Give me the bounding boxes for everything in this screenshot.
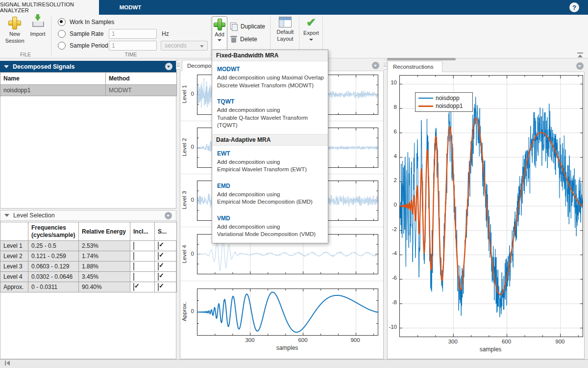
axis-tick-label: 4 — [383, 153, 397, 159]
col-header-relative-energy[interactable]: Relative Energy — [79, 222, 130, 241]
axis-tick-label: 0 — [383, 202, 397, 208]
show-checkbox[interactable] — [158, 252, 159, 260]
show-checkbox[interactable] — [158, 263, 159, 270]
new-session-button[interactable]: New Session — [3, 17, 26, 45]
signal-multiresolution-analyzer-window: SIGNAL MULTIRESOLUTION ANALYZER MODWT ? … — [0, 0, 588, 368]
axis-tick-label: -8 — [383, 299, 397, 305]
subplot-divider — [180, 281, 383, 281]
check-icon: ✔ — [306, 17, 316, 28]
axis-tick-label: -10 — [383, 324, 397, 330]
approx-plot[interactable] — [197, 289, 378, 336]
decomposed-signals-header[interactable]: Decomposed Signals — [0, 61, 176, 72]
plot-legend[interactable]: noisdopp noisdopp1 — [415, 92, 473, 112]
include-checkbox[interactable] — [133, 263, 134, 270]
legend-line-orange — [418, 105, 433, 107]
menu-item-vmd[interactable]: VMD Add decomposition using Variational … — [212, 210, 328, 243]
menu-item-modwt[interactable]: MODWT Add decomposition using Maximal Ov… — [212, 61, 328, 94]
xaxis-label-samples: samples — [471, 346, 510, 353]
include-checkbox[interactable] — [133, 273, 134, 281]
include-checkbox[interactable] — [133, 283, 134, 291]
decomposed-signals-title: Decomposed Signals — [13, 63, 74, 70]
panel-menu-icon[interactable] — [165, 63, 172, 70]
level-row-2[interactable]: Level 2 0.121 - 0.259 1.74% — [0, 251, 177, 262]
delete-button[interactable]: Delete — [230, 35, 257, 43]
ytick-zero: 0 — [183, 308, 194, 314]
import-button[interactable]: Import — [28, 17, 48, 38]
reconstructions-plot[interactable] — [399, 75, 583, 337]
radio-icon[interactable] — [58, 30, 66, 38]
ytick-zero: 0 — [183, 251, 194, 257]
ytick-zero: 0 — [183, 197, 194, 203]
xtick-600: 600 — [293, 337, 313, 343]
xtick-300: 300 — [240, 337, 260, 343]
sample-rate-label: Sample Rate — [70, 30, 103, 37]
hz-unit-label: Hz — [162, 30, 169, 37]
panel-menu-icon[interactable] — [372, 62, 379, 69]
status-bar — [0, 359, 588, 368]
include-checkbox[interactable] — [133, 242, 134, 250]
add-dropdown-menu: Fixed-Bandwidth MRA MODWT Add decomposit… — [212, 50, 328, 243]
duplicate-button[interactable]: Duplicate — [230, 23, 265, 30]
legend-label: noisdopp1 — [436, 103, 463, 109]
radio-icon[interactable] — [58, 42, 66, 50]
menu-item-tqwt[interactable]: TQWT Add decomposition using Tunable Q-f… — [212, 94, 328, 134]
radio-icon[interactable] — [58, 18, 66, 26]
layout-grid-icon — [279, 17, 292, 27]
level-row-4[interactable]: Level 4 0.0302 - 0.0646 3.45% — [0, 272, 177, 282]
tab-modwt[interactable]: MODWT — [99, 0, 162, 15]
sample-period-input[interactable] — [109, 41, 157, 51]
export-button[interactable]: ✔ Export — [300, 17, 322, 41]
col-header-show[interactable]: S... — [155, 222, 177, 241]
show-checkbox[interactable] — [158, 242, 159, 250]
show-checkbox[interactable] — [158, 283, 159, 291]
sample-rate-input[interactable] — [109, 29, 157, 39]
xtick-900: 900 — [345, 337, 365, 343]
trash-icon — [230, 35, 237, 43]
panel-menu-icon[interactable] — [576, 62, 584, 70]
col-header-frequencies[interactable]: Frequencies(cycles/sample) — [28, 222, 79, 241]
menu-item-ewt[interactable]: EWT Add decomposition using Empirical Wa… — [212, 146, 328, 178]
cell-name: noisdopp1 — [0, 85, 106, 96]
time-section-label: TIME — [51, 52, 211, 57]
col-header-name[interactable]: Name — [0, 73, 106, 85]
add-button[interactable]: Add — [212, 16, 227, 52]
work-in-samples-label: Work In Samples — [70, 19, 114, 26]
level-row-3[interactable]: Level 3 0.0603 - 0.129 1.88% — [0, 262, 177, 272]
axis-tick-label: -2 — [383, 226, 397, 232]
sample-period-radio[interactable]: Sample Period — [58, 41, 108, 50]
duplicate-icon — [230, 23, 238, 30]
col-header-include[interactable]: Incl... — [130, 222, 155, 241]
duplicate-label: Duplicate — [241, 23, 265, 30]
panel-menu-icon[interactable] — [165, 212, 172, 219]
xaxis-label-samples: samples — [268, 344, 307, 351]
level-selection-header[interactable]: Level Selection — [0, 210, 176, 221]
tab-reconstructions[interactable]: Reconstructions — [388, 61, 442, 72]
table-row-noisdopp1[interactable]: noisdopp1 MODWT — [0, 85, 177, 96]
collapse-triangle-icon[interactable] — [4, 214, 9, 217]
menu-section-data-adaptive: Data-Adaptive MRA — [212, 134, 328, 146]
default-layout-button[interactable]: Default Layout — [273, 17, 297, 43]
import-label: Import — [30, 31, 45, 38]
section-divider — [211, 17, 211, 56]
approx-row[interactable]: Approx. 0 - 0.0311 90.40% — [0, 282, 177, 292]
export-label: Export — [303, 30, 319, 37]
sample-rate-radio[interactable]: Sample Rate — [58, 29, 103, 38]
collapse-left-panel-icon[interactable] — [5, 361, 10, 366]
collapse-panel-icon[interactable] — [577, 53, 583, 57]
sample-period-unit-select[interactable]: seconds — [161, 41, 208, 51]
delete-label: Delete — [240, 36, 257, 43]
tab-signal-multiresolution-analyzer[interactable]: SIGNAL MULTIRESOLUTION ANALYZER — [0, 0, 99, 15]
menu-item-emd[interactable]: EMD Add decomposition using Empirical Mo… — [212, 178, 328, 210]
legend-label: noisdopp — [436, 95, 460, 102]
include-checkbox[interactable] — [133, 252, 134, 260]
help-icon[interactable]: ? — [569, 2, 579, 12]
col-header-method[interactable]: Method — [106, 73, 177, 85]
collapse-triangle-icon[interactable] — [4, 65, 9, 68]
legend-entry-noisdopp1: noisdopp1 — [418, 102, 469, 110]
seconds-option-label: seconds — [165, 42, 187, 49]
show-checkbox[interactable] — [158, 273, 159, 281]
axis-tick-label: 8 — [383, 104, 397, 110]
level-row-1[interactable]: Level 1 0.25 - 0.5 2.53% — [0, 241, 177, 251]
app-tab-bar: SIGNAL MULTIRESOLUTION ANALYZER MODWT ? — [0, 0, 588, 15]
work-in-samples-radio[interactable]: Work In Samples — [58, 18, 114, 26]
